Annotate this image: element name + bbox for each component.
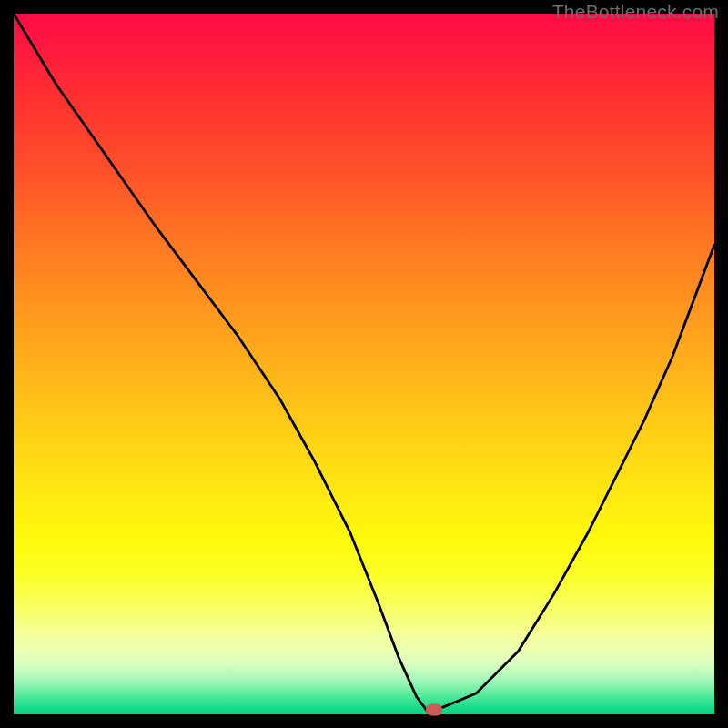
curve-path — [14, 14, 714, 711]
bottleneck-marker — [426, 703, 442, 715]
chart-frame: TheBottleneck.com — [0, 0, 728, 728]
chart-plot-area — [14, 14, 714, 714]
watermark-label: TheBottleneck.com — [552, 1, 719, 23]
bottleneck-curve — [14, 14, 714, 714]
